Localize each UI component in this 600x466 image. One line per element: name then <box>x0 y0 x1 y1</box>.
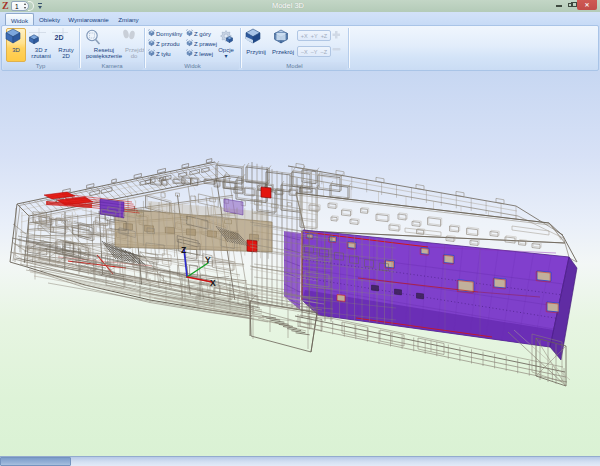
svg-text:Z: Z <box>181 245 186 255</box>
svg-text:X: X <box>210 278 216 288</box>
svg-text:Y: Y <box>205 255 211 265</box>
